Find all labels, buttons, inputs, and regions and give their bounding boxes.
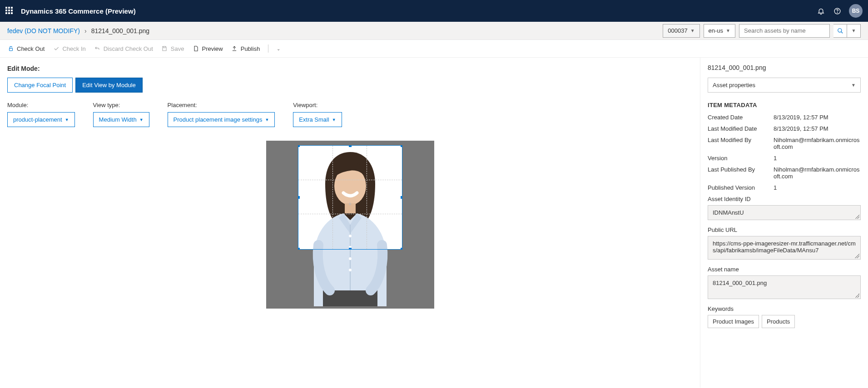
crop-handle[interactable] xyxy=(298,145,300,147)
publish-button[interactable]: Publish xyxy=(231,45,260,52)
caret-down-icon: ▼ xyxy=(139,118,144,122)
checkin-button: Check In xyxy=(53,45,85,52)
edit-mode-label: Edit Mode: xyxy=(7,65,693,72)
command-separator xyxy=(268,44,268,53)
caret-down-icon: ▼ xyxy=(332,118,336,122)
crop-handle[interactable] xyxy=(298,248,300,250)
svg-point-1 xyxy=(837,12,838,13)
module-select[interactable]: product-placement▼ xyxy=(7,112,75,127)
placement-select[interactable]: Product placement image settings▼ xyxy=(168,112,275,127)
search-input[interactable] xyxy=(739,24,830,38)
caret-down-icon: ▼ xyxy=(265,118,269,122)
image-editor-stage[interactable]: + xyxy=(266,141,434,309)
preview-button[interactable]: Preview xyxy=(192,45,223,52)
caret-down-icon: ▼ xyxy=(65,118,69,122)
asset-id-field: IDNMAnstU xyxy=(708,205,861,220)
crop-handle[interactable] xyxy=(349,145,352,147)
upload-icon xyxy=(231,45,238,52)
breadcrumb-root[interactable]: fedev (DO NOT MODIFY) xyxy=(7,27,80,34)
locale-value: en-us xyxy=(709,27,724,34)
keyword-chip[interactable]: Product Images xyxy=(708,315,759,328)
discard-button: Discard Check Out xyxy=(94,45,153,52)
resize-grip-icon[interactable] xyxy=(855,254,859,258)
more-commands-button[interactable]: ⌄ xyxy=(277,46,280,51)
chevron-down-icon: ▼ xyxy=(726,28,730,33)
svg-point-2 xyxy=(838,28,841,32)
meta-row-created: Created Date 8/13/2019, 12:57 PM xyxy=(708,114,861,121)
save-icon xyxy=(161,45,168,52)
context-bar: fedev (DO NOT MODIFY) › 81214_000_001.pn… xyxy=(0,22,868,40)
crop-handle[interactable] xyxy=(401,196,402,199)
keywords-label: Keywords xyxy=(708,305,861,312)
meta-row-published-by: Last Published By Niholman@rmfabrikam.on… xyxy=(708,166,861,180)
command-bar: Check Out Check In Discard Check Out Sav… xyxy=(0,40,868,58)
svg-point-11 xyxy=(349,269,352,271)
metadata-heading: ITEM METADATA xyxy=(708,102,861,108)
viewport-label: Viewport: xyxy=(293,102,342,108)
breadcrumb-sep: › xyxy=(84,27,87,34)
breadcrumb-current: 81214_000_001.png xyxy=(91,27,149,34)
app-title: Dynamics 365 Commerce (Preview) xyxy=(21,7,136,15)
user-avatar[interactable]: BS xyxy=(849,4,863,18)
meta-row-published-version: Published Version 1 xyxy=(708,184,861,191)
viewtype-select[interactable]: Medium Width▼ xyxy=(93,112,149,127)
svg-rect-3 xyxy=(9,48,12,50)
asset-name-field: 81214_000_001.png xyxy=(708,275,861,299)
meta-row-version: Version 1 xyxy=(708,155,861,162)
focal-point-icon: + xyxy=(348,200,352,207)
chevron-down-icon: ⌄ xyxy=(277,46,280,51)
app-header: Dynamics 365 Commerce (Preview) BS xyxy=(0,0,868,22)
crop-handle[interactable] xyxy=(401,248,402,250)
locale-selector[interactable]: en-us ▼ xyxy=(704,24,735,38)
keywords-row: Product Images Products xyxy=(708,315,861,328)
checkout-button[interactable]: Check Out xyxy=(7,45,45,52)
check-icon xyxy=(53,45,60,52)
notifications-icon[interactable] xyxy=(816,6,825,15)
tenant-selector[interactable]: 000037 ▼ xyxy=(663,24,699,38)
asset-filename: 81214_000_001.png xyxy=(708,64,861,71)
asset-name-label: Asset name xyxy=(708,266,861,273)
change-focal-point-button[interactable]: Change Focal Point xyxy=(7,78,73,93)
page-icon xyxy=(192,45,199,52)
public-url-field: https://cms-ppe-imageresizer-mr.trafficm… xyxy=(708,236,861,260)
asset-id-label: Asset Identity ID xyxy=(708,196,861,202)
undo-icon xyxy=(94,45,101,52)
keyword-chip[interactable]: Products xyxy=(762,315,795,328)
edit-view-by-module-button[interactable]: Edit View by Module xyxy=(75,78,143,93)
chevron-down-icon: ▼ xyxy=(852,28,856,33)
meta-row-modified-by: Last Modified By Niholman@rmfabrikam.onm… xyxy=(708,137,861,150)
module-label: Module: xyxy=(7,102,75,108)
resize-grip-icon[interactable] xyxy=(855,214,859,219)
crop-handle[interactable] xyxy=(401,145,402,147)
viewport-select[interactable]: Extra Small▼ xyxy=(293,112,342,127)
asset-properties-select[interactable]: Asset properties ▼ xyxy=(708,78,861,93)
search-button[interactable] xyxy=(833,24,847,38)
chevron-down-icon: ▼ xyxy=(690,28,695,33)
crop-handle[interactable] xyxy=(349,248,352,250)
breadcrumb: fedev (DO NOT MODIFY) › 81214_000_001.pn… xyxy=(7,27,149,34)
tenant-value: 000037 xyxy=(668,27,687,34)
app-launcher-icon[interactable] xyxy=(5,7,14,15)
public-url-label: Public URL xyxy=(708,226,861,233)
properties-panel: 81214_000_001.png Asset properties ▼ ITE… xyxy=(700,58,868,388)
save-button: Save xyxy=(161,45,184,52)
search-options-button[interactable]: ▼ xyxy=(847,24,861,38)
resize-grip-icon[interactable] xyxy=(855,293,859,298)
lock-icon xyxy=(7,45,14,52)
chevron-down-icon: ▼ xyxy=(851,83,856,88)
meta-row-modified: Last Modified Date 8/13/2019, 12:57 PM xyxy=(708,125,861,132)
crop-handle[interactable] xyxy=(298,196,300,199)
crop-box[interactable]: + xyxy=(298,145,402,250)
main-content: Edit Mode: Change Focal Point Edit View … xyxy=(0,58,700,388)
help-icon[interactable] xyxy=(833,6,842,15)
svg-point-10 xyxy=(349,257,352,260)
placement-label: Placement: xyxy=(168,102,275,108)
viewtype-label: View type: xyxy=(93,102,149,108)
